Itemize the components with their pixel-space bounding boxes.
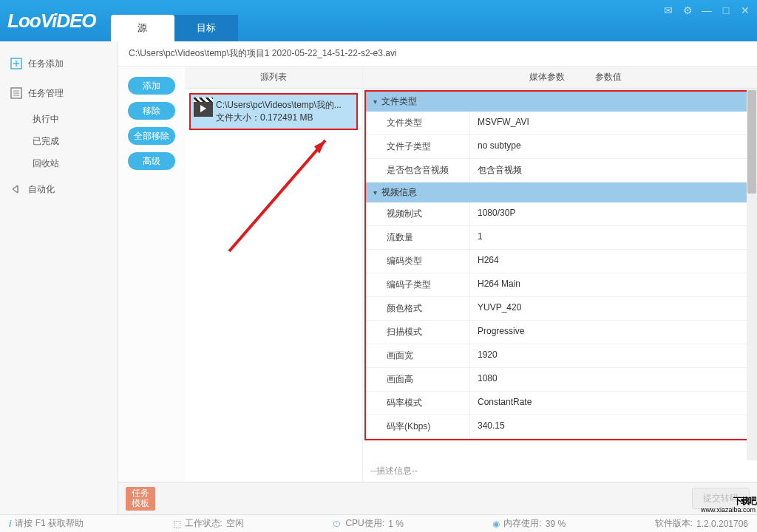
add-button[interactable]: 添加: [128, 77, 175, 95]
sidebar-trash[interactable]: 回收站: [0, 152, 118, 174]
close-icon[interactable]: ✕: [739, 4, 751, 16]
sidebar-label: 自动化: [28, 183, 55, 196]
source-list-header: 源列表: [185, 66, 362, 89]
cpu-icon: ⏲: [333, 519, 342, 529]
gear-icon[interactable]: ⚙: [682, 4, 693, 16]
bottom-bar: 任务 模板 提交转码: [118, 482, 757, 514]
tab-source[interactable]: 源: [111, 15, 174, 41]
svg-line-7: [229, 140, 325, 251]
sidebar-label: 任务添加: [28, 58, 64, 70]
group-label: 文件类型: [381, 95, 417, 108]
svg-marker-8: [314, 140, 325, 154]
param-value[interactable]: 340.15: [469, 415, 751, 438]
main-tabs: 源 目标: [111, 15, 238, 41]
param-label: 画面宽: [366, 344, 469, 367]
watermark-text: 下载吧: [733, 496, 756, 506]
work-value: 空闲: [226, 517, 244, 530]
titlebar: LooViDEO 源 目标 ✉ ⚙ — □ ✕: [0, 0, 757, 41]
param-value[interactable]: 包含音视频: [469, 159, 751, 182]
param-label: 视频制式: [366, 202, 469, 225]
params-table: ▾ 文件类型 文件类型MSVFW_AVI文件子类型no subtype是否包含音…: [364, 90, 753, 440]
mem-icon: ◉: [492, 519, 500, 529]
sidebar-auto[interactable]: 自动化: [0, 174, 118, 204]
cpu-value: 1 %: [388, 519, 404, 529]
param-value[interactable]: YUVP_420: [469, 297, 751, 320]
param-row: 编码类型H264: [366, 250, 751, 273]
source-column: 源列表 C:\Users\pc\Videos\temp\我的... 文件大小：0…: [185, 66, 362, 482]
param-label: 是否包含音视频: [366, 159, 469, 182]
param-row: 画面宽1920: [366, 344, 751, 368]
mem-label: 内存使用:: [503, 517, 541, 530]
statusbar: i请按 F1 获取帮助 ⬚工作状态: 空闲 ⏲CPU使用: 1 % ◉内存使用:…: [0, 514, 757, 532]
param-label: 扫描模式: [366, 321, 469, 344]
sidebar-label: 执行中: [33, 113, 59, 126]
param-value[interactable]: H264: [469, 250, 751, 273]
param-label: 颜色格式: [366, 297, 469, 320]
param-row: 编码子类型H264 Main: [366, 273, 751, 297]
scrollbar-thumb[interactable]: [747, 90, 756, 194]
share-icon: [10, 183, 22, 195]
param-value[interactable]: Progressive: [469, 321, 751, 344]
main-panel: C:\Users\pc\Videos\temp\我的项目1 2020-05-22…: [118, 41, 757, 514]
task-tpl-l1: 任务: [132, 488, 149, 498]
group-file-type[interactable]: ▾ 文件类型: [366, 92, 751, 112]
remove-button[interactable]: 移除: [128, 102, 175, 120]
description-text: --描述信息--: [363, 460, 757, 482]
param-value[interactable]: 1080/30P: [469, 202, 751, 225]
param-row: 文件子类型no subtype: [366, 135, 751, 159]
remove-all-button[interactable]: 全部移除: [128, 127, 175, 145]
param-row: 颜色格式YUVP_420: [366, 297, 751, 321]
scrollbar[interactable]: [747, 89, 757, 460]
advanced-button[interactable]: 高级: [128, 152, 175, 170]
param-value[interactable]: 1: [469, 226, 751, 249]
param-row: 码率模式ConstantRate: [366, 392, 751, 415]
source-item[interactable]: C:\Users\pc\Videos\temp\我的... 文件大小：0.172…: [189, 93, 358, 130]
annotation-arrow: [214, 133, 347, 266]
source-list: C:\Users\pc\Videos\temp\我的... 文件大小：0.172…: [185, 89, 362, 482]
param-label: 码率模式: [366, 392, 469, 415]
param-label: 流数量: [366, 226, 469, 249]
list-icon: [10, 87, 22, 99]
group-video-info[interactable]: ▾ 视频信息: [366, 183, 751, 202]
params-header: 媒体参数 参数值: [363, 66, 757, 89]
work-icon: ⬚: [173, 519, 181, 529]
param-value[interactable]: ConstantRate: [469, 392, 751, 415]
param-label: 文件子类型: [366, 135, 469, 158]
param-row: 码率(Kbps)340.15: [366, 415, 751, 439]
cpu-label: CPU使用:: [345, 517, 384, 530]
source-item-size: 文件大小：0.172491 MB: [216, 112, 352, 124]
sidebar-add-task[interactable]: 任务添加: [0, 49, 118, 78]
mail-icon[interactable]: ✉: [662, 4, 674, 16]
media-param-header: 媒体参数: [499, 71, 595, 83]
task-template-button[interactable]: 任务 模板: [126, 487, 155, 511]
param-value[interactable]: H264 Main: [469, 273, 751, 296]
param-row: 视频制式1080/30P: [366, 202, 751, 226]
param-value[interactable]: no subtype: [469, 135, 751, 158]
param-label: 码率(Kbps): [366, 415, 469, 438]
sidebar-done[interactable]: 已完成: [0, 130, 118, 152]
param-row: 流数量1: [366, 226, 751, 250]
sidebar-manage[interactable]: 任务管理: [0, 78, 118, 108]
info-icon: i: [9, 519, 11, 529]
maximize-icon[interactable]: □: [720, 4, 732, 16]
sidebar-label: 回收站: [33, 157, 59, 170]
work-label: 工作状态:: [185, 517, 223, 530]
group-label: 视频信息: [381, 186, 417, 199]
window-controls: ✉ ⚙ — □ ✕: [662, 4, 751, 16]
sidebar: 任务添加 任务管理 执行中 已完成 回收站 自动化: [0, 41, 118, 514]
action-column: 添加 移除 全部移除 高级: [118, 66, 185, 482]
chevron-down-icon: ▾: [373, 98, 377, 106]
sidebar-running[interactable]: 执行中: [0, 108, 118, 130]
param-value[interactable]: 1920: [469, 344, 751, 367]
minimize-icon[interactable]: —: [701, 4, 713, 16]
param-value[interactable]: 1080: [469, 368, 751, 391]
param-label: 编码类型: [366, 250, 469, 273]
status-help: 请按 F1 获取帮助: [15, 517, 84, 530]
param-label: 文件类型: [366, 112, 469, 134]
sidebar-label: 任务管理: [28, 87, 64, 100]
mem-value: 39 %: [546, 519, 566, 529]
watermark-url: www.xiazaiba.com: [701, 507, 756, 513]
tab-target[interactable]: 目标: [174, 15, 238, 41]
param-value[interactable]: MSVFW_AVI: [469, 112, 751, 134]
app-logo: LooViDEO: [7, 10, 96, 33]
